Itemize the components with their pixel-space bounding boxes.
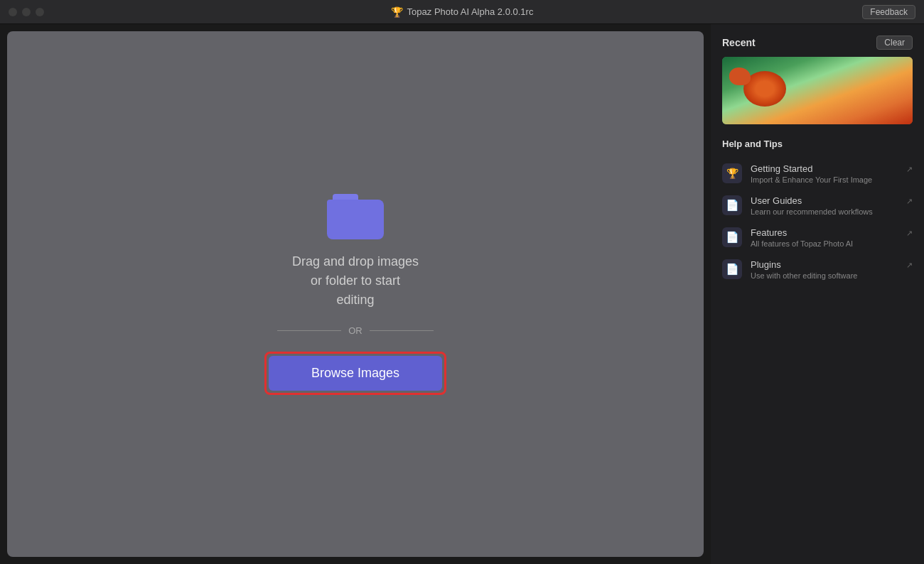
or-label: OR	[348, 325, 362, 336]
external-link-icon-1: ↗	[906, 197, 913, 206]
doc-icon-3: 📄	[726, 263, 739, 276]
user-guides-icon: 📄	[722, 195, 742, 215]
getting-started-title: Getting Started	[751, 163, 898, 174]
feedback-button[interactable]: Feedback	[862, 5, 915, 19]
or-divider: OR	[277, 325, 434, 336]
minimize-button[interactable]	[22, 8, 31, 16]
getting-started-desc: Import & Enhance Your First Image	[751, 175, 898, 184]
recent-title: Recent	[722, 37, 756, 48]
help-item-features[interactable]: 📄 Features All features of Topaz Photo A…	[711, 222, 924, 254]
recent-header: Recent Clear	[711, 33, 924, 57]
external-link-icon-3: ↗	[906, 261, 913, 270]
help-tips-title: Help and Tips	[711, 136, 924, 158]
external-link-icon-2: ↗	[906, 229, 913, 238]
drop-zone[interactable]: Drag and drop images or folder to start …	[7, 31, 704, 557]
topaz-logo-icon: 🏆	[391, 6, 403, 18]
plugins-desc: Use with other editing software	[751, 271, 898, 280]
user-guides-title: User Guides	[751, 195, 898, 206]
traffic-lights	[9, 8, 44, 16]
help-item-plugins[interactable]: 📄 Plugins Use with other editing softwar…	[711, 254, 924, 286]
getting-started-icon: 🏆	[722, 163, 742, 183]
features-text: Features All features of Topaz Photo AI	[751, 227, 898, 248]
doc-icon-1: 📄	[726, 199, 739, 212]
plugins-title: Plugins	[751, 259, 898, 270]
sidebar: Recent Clear Help and Tips 🏆 Getting Sta…	[711, 24, 924, 564]
or-line-left	[277, 330, 341, 331]
features-title: Features	[751, 227, 898, 238]
titlebar: 🏆 Topaz Photo AI Alpha 2.0.0.1rc Feedbac…	[0, 0, 924, 24]
or-line-right	[370, 330, 434, 331]
maximize-button[interactable]	[36, 8, 44, 16]
getting-started-text: Getting Started Import & Enhance Your Fi…	[751, 163, 898, 184]
recent-thumbnail[interactable]	[722, 57, 913, 124]
browse-button-wrapper: Browse Images	[264, 352, 446, 395]
features-desc: All features of Topaz Photo AI	[751, 239, 898, 248]
chameleon-head	[729, 67, 751, 85]
external-link-icon-0: ↗	[906, 165, 913, 174]
user-guides-desc: Learn our recommended workflows	[751, 207, 898, 216]
folder-icon-wrapper	[327, 194, 384, 239]
doc-icon-2: 📄	[726, 231, 739, 244]
plugins-icon: 📄	[722, 259, 742, 279]
browse-images-button[interactable]: Browse Images	[269, 356, 442, 391]
plugins-text: Plugins Use with other editing software	[751, 259, 898, 280]
folder-icon	[327, 194, 384, 239]
main-layout: Drag and drop images or folder to start …	[0, 24, 924, 564]
window-title: 🏆 Topaz Photo AI Alpha 2.0.0.1rc	[391, 6, 534, 18]
close-button[interactable]	[9, 8, 17, 16]
help-item-user-guides[interactable]: 📄 User Guides Learn our recommended work…	[711, 190, 924, 222]
folder-body	[327, 200, 384, 239]
recent-thumbnail-image	[722, 57, 913, 124]
user-guides-text: User Guides Learn our recommended workfl…	[751, 195, 898, 216]
clear-button[interactable]: Clear	[876, 36, 913, 50]
help-item-getting-started[interactable]: 🏆 Getting Started Import & Enhance Your …	[711, 158, 924, 190]
drop-text: Drag and drop images or folder to start …	[292, 252, 419, 310]
features-icon: 📄	[722, 227, 742, 247]
